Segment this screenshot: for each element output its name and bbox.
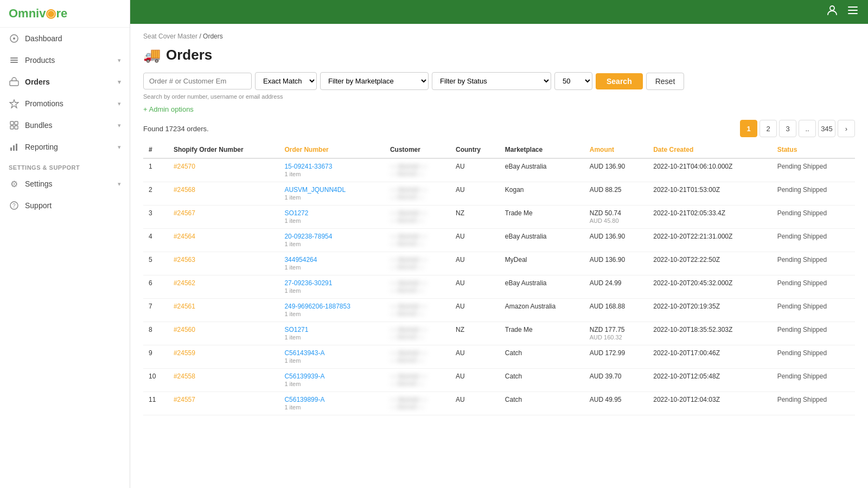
pagination-row: Found 17234 orders. 1 2 3 .. 345 › — [143, 120, 855, 137]
shopify-link[interactable]: #24567 — [174, 209, 195, 217]
exact-match-select[interactable]: Exact Match Contains Starts With — [255, 72, 317, 90]
cell-shopify[interactable]: #24558 — [168, 369, 279, 392]
customer-name: — blurred — — [390, 256, 445, 264]
page-btn-1[interactable]: 1 — [740, 120, 757, 137]
shopify-link[interactable]: #24558 — [174, 373, 195, 380]
sidebar-item-dashboard[interactable]: Dashboard — [0, 28, 130, 49]
cell-country: AU — [450, 182, 500, 206]
order-number-link[interactable]: 344954264 — [284, 256, 317, 264]
sidebar-item-support[interactable]: ? Support — [0, 195, 130, 216]
order-number-link[interactable]: 249-9696206-1887853 — [284, 303, 350, 310]
svg-rect-17 — [848, 7, 858, 8]
shopify-link[interactable]: #24564 — [174, 233, 195, 240]
cell-num: 1 — [143, 158, 168, 182]
cell-status: Pending Shipped — [772, 322, 855, 345]
sidebar-item-promotions-label: Promotions — [25, 99, 63, 108]
orders-icon — [9, 76, 20, 87]
promotions-chevron: ▾ — [118, 100, 121, 107]
orders-chevron: ▾ — [118, 79, 121, 86]
shopify-link[interactable]: #24559 — [174, 349, 195, 357]
menu-icon[interactable] — [846, 4, 859, 20]
sidebar-item-bundles-label: Bundles — [25, 121, 53, 130]
item-count: 1 item — [284, 334, 301, 341]
cell-shopify[interactable]: #24564 — [168, 229, 279, 252]
sidebar-item-promotions[interactable]: Promotions ▾ — [0, 93, 130, 114]
breadcrumb-parent[interactable]: Seat Cover Master — [143, 33, 197, 40]
order-number-link[interactable]: C56143943-A — [284, 349, 324, 357]
shopify-link[interactable]: #24561 — [174, 303, 195, 310]
customer-name: — blurred — — [390, 209, 445, 217]
page-btn-345[interactable]: 345 — [818, 120, 835, 137]
shopify-link[interactable]: #24563 — [174, 256, 195, 264]
cell-status: Pending Shipped — [772, 369, 855, 392]
cell-shopify[interactable]: #24567 — [168, 206, 279, 229]
promotions-icon — [9, 98, 20, 109]
col-order-number[interactable]: Order Number — [279, 142, 385, 158]
col-status[interactable]: Status — [772, 142, 855, 158]
cell-customer: — blurred — — blurred — — [385, 322, 450, 345]
search-button[interactable]: Search — [596, 73, 643, 89]
order-number-link[interactable]: 20-09238-78954 — [284, 233, 332, 240]
cell-marketplace: MyDeal — [500, 252, 584, 275]
order-number-link[interactable]: AUSVM_JQUNN4DL — [284, 186, 346, 194]
page-btn-next[interactable]: › — [838, 120, 855, 137]
cell-status: Pending Shipped — [772, 392, 855, 415]
shopify-link[interactable]: #24570 — [174, 163, 195, 170]
customer-email: — blurred — — [390, 240, 445, 247]
cell-shopify[interactable]: #24563 — [168, 252, 279, 275]
sidebar-item-settings[interactable]: ⚙ Settings ▾ — [0, 173, 130, 195]
user-icon[interactable] — [826, 4, 839, 20]
order-number-link[interactable]: SO1272 — [284, 209, 308, 217]
search-input[interactable] — [143, 73, 252, 89]
sidebar-item-reporting[interactable]: Reporting ▾ — [0, 136, 130, 158]
shopify-link[interactable]: #24562 — [174, 279, 195, 287]
page-btn-3[interactable]: 3 — [779, 120, 796, 137]
found-text: Found 17234 orders. — [143, 125, 209, 133]
shopify-link[interactable]: #24560 — [174, 326, 195, 333]
admin-options-link[interactable]: + Admin options — [143, 105, 194, 113]
sidebar-item-products[interactable]: Products ▾ — [0, 49, 130, 71]
cell-amount: NZD 50.74 AUD 45.80 — [584, 206, 648, 229]
sidebar-item-orders[interactable]: Orders ▾ — [0, 71, 130, 93]
marketplace-select[interactable]: Filter by Marketplace eBay Australia Ama… — [320, 72, 429, 90]
count-select[interactable]: 10 25 50 100 — [554, 72, 592, 90]
cell-shopify[interactable]: #24559 — [168, 345, 279, 369]
item-count: 1 item — [284, 381, 301, 387]
page-btn-2[interactable]: 2 — [760, 120, 777, 137]
cell-country: AU — [450, 275, 500, 299]
table-row: 9 #24559 C56143943-A 1 item — blurred — … — [143, 345, 855, 369]
svg-rect-5 — [10, 81, 18, 86]
cell-country: NZ — [450, 322, 500, 345]
cell-shopify[interactable]: #24568 — [168, 182, 279, 206]
shopify-link[interactable]: #24557 — [174, 396, 195, 403]
col-country: Country — [450, 142, 500, 158]
cell-country: AU — [450, 229, 500, 252]
sidebar-item-bundles[interactable]: Bundles ▾ — [0, 114, 130, 136]
cell-shopify[interactable]: #24562 — [168, 275, 279, 299]
cell-marketplace: eBay Australia — [500, 229, 584, 252]
item-count: 1 item — [284, 171, 301, 177]
main-content: Seat Cover Master / Orders 🚚 Orders Exac… — [130, 24, 868, 488]
bundles-icon — [9, 120, 20, 131]
cell-order-number: 15-09241-33673 1 item — [279, 158, 385, 182]
order-number-link[interactable]: C56139899-A — [284, 396, 324, 403]
status-select[interactable]: Filter by Status Pending Shipped Cancell… — [432, 72, 551, 90]
cell-shopify[interactable]: #24557 — [168, 392, 279, 415]
order-number-link[interactable]: SO1271 — [284, 326, 308, 333]
reset-button[interactable]: Reset — [646, 73, 685, 90]
cell-amount: AUD 136.90 — [584, 229, 648, 252]
logo-text: Omniv◉re — [9, 7, 67, 20]
cell-shopify[interactable]: #24560 — [168, 322, 279, 345]
col-date[interactable]: Date Created — [648, 142, 771, 158]
cell-shopify[interactable]: #24570 — [168, 158, 279, 182]
cell-shopify[interactable]: #24561 — [168, 299, 279, 322]
order-number-link[interactable]: 27-09236-30291 — [284, 279, 332, 287]
order-number-link[interactable]: C56139939-A — [284, 373, 324, 380]
order-number-link[interactable]: 15-09241-33673 — [284, 163, 332, 170]
cell-marketplace: eBay Australia — [500, 275, 584, 299]
shopify-link[interactable]: #24568 — [174, 186, 195, 194]
col-amount[interactable]: Amount — [584, 142, 648, 158]
cell-amount: AUD 168.88 — [584, 299, 648, 322]
customer-email: — blurred — — [390, 217, 445, 223]
svg-rect-3 — [10, 60, 18, 61]
